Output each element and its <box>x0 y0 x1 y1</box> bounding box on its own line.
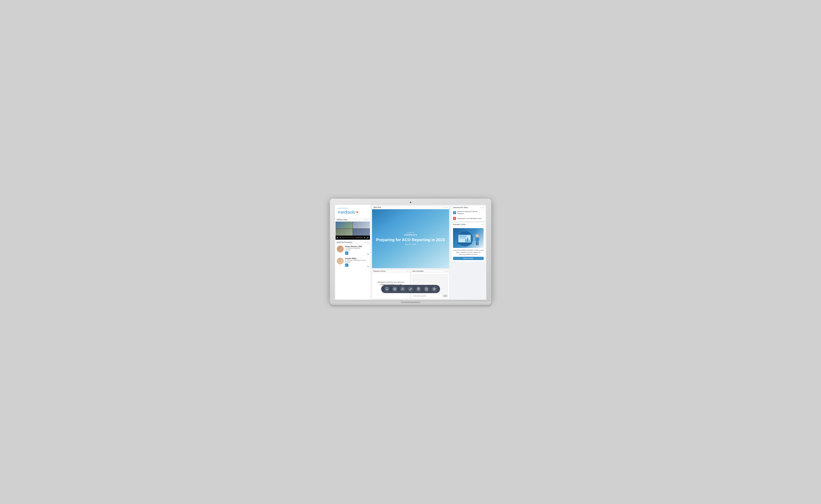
slide-close-icon[interactable]: — <box>446 206 448 208</box>
question-minimize-icon[interactable]: — <box>444 270 446 272</box>
close-toolbar-icon <box>433 288 436 290</box>
presenter-avatar-1 <box>337 246 344 252</box>
toolbar-btn-document[interactable] <box>424 286 429 292</box>
download-header-label: Download the Slides <box>453 207 468 208</box>
play-button[interactable]: ▶ <box>337 237 338 239</box>
svg-rect-15 <box>477 242 478 245</box>
question-send-button[interactable]: Ask <box>442 294 448 297</box>
svg-rect-4 <box>459 237 465 238</box>
toolbar-btn-close[interactable] <box>431 286 437 292</box>
presenter-info-1: Kristen Beatson, BSN VP, Electronic Meas… <box>345 246 369 255</box>
email-icon-2: ✉ <box>346 264 347 266</box>
presenter-role-2: Sr. Manager, Ambulatory Services <box>345 259 369 261</box>
slide-dot-3 <box>410 232 410 233</box>
presenter-avatar-2 <box>337 258 344 264</box>
education-panel-header: Education Center — <box>451 223 485 227</box>
question-input[interactable] <box>413 294 442 297</box>
slide-logo-dot <box>416 234 417 235</box>
avatar-placeholder-1 <box>337 246 344 252</box>
replay-button[interactable]: ↺ <box>340 237 341 239</box>
demo-panel-header: Request a Demo — <box>372 269 410 273</box>
pdf-icon: PDF <box>453 217 456 220</box>
question-panel: Ask a Question — □ Ask <box>411 269 449 299</box>
slide-content: medisolv Preparing for ACO Reporting in … <box>372 209 449 268</box>
clipboard-toolbar-icon <box>417 288 420 290</box>
download-item-2[interactable]: PDF Preparing for ACO Reporting in 2023 <box>451 216 485 221</box>
slide-deck-header-label: Slide Deck <box>373 206 381 208</box>
education-header-label: Education Center <box>453 224 466 225</box>
presenters-minimize-icon[interactable]: — <box>365 241 367 243</box>
demo-panel: Request a Demo — Interested in learning … <box>372 269 410 299</box>
svg-rect-7 <box>467 238 468 242</box>
presenters-panel: About the Presenters — □ Kristen B <box>335 240 370 300</box>
download-minimize-icon[interactable]: — <box>480 207 481 208</box>
presenter-email-btn-1[interactable]: ✉ <box>345 252 348 255</box>
toolbar-btn-slides[interactable] <box>384 286 390 292</box>
logo-dot-5 <box>343 208 344 209</box>
education-image <box>453 228 484 248</box>
laptop-base <box>330 302 491 305</box>
logo-area: medisolv <box>335 204 371 217</box>
slide-dot-6 <box>413 232 414 233</box>
question-panel-header: Ask a Question — □ <box>411 269 449 273</box>
svg-rect-13 <box>478 238 479 241</box>
demo-header-label: Request a Demo <box>373 270 386 272</box>
logo-dots <box>338 208 368 209</box>
presenter-chevron-1[interactable]: ▶ <box>368 253 369 255</box>
logo-dot-6 <box>345 208 345 209</box>
presenter-role-1: VP, Electronic Measures <box>345 247 369 249</box>
camera <box>410 202 411 203</box>
video-cell-4 <box>353 229 370 236</box>
video-cell-2 <box>353 222 370 228</box>
volume-button[interactable]: 🔊 <box>367 237 369 239</box>
presenter-info-2: Jennifer Miiller Sr. Manager, Ambulatory… <box>345 258 369 267</box>
webinar-video-panel: Webinar Video ⤢ — <box>335 218 370 240</box>
presenter-email-btn-2[interactable]: ✉ <box>345 264 348 267</box>
progress-fill <box>342 237 344 238</box>
video-cell-1 <box>336 222 353 228</box>
toolbar-btn-edit[interactable] <box>408 286 413 292</box>
slide-panel-header: Slide Deck ⤢ — <box>372 206 449 209</box>
logo-dot-8 <box>347 208 348 209</box>
education-panel: Education Center — <box>451 222 485 262</box>
education-minimize-icon[interactable]: — <box>482 224 484 225</box>
email-icon-1: ✉ <box>346 252 347 254</box>
demo-minimize-icon[interactable]: — <box>407 270 409 272</box>
presenter-chevron-2[interactable]: ▶ <box>368 265 369 267</box>
toolbar-btn-screen[interactable] <box>392 286 398 292</box>
logo-wordmark: medisolv <box>338 210 355 215</box>
download-expand-icon[interactable]: □ <box>482 207 483 208</box>
slide-logo-wordmark: medisolv <box>404 233 416 237</box>
download-item-1[interactable]: m ENCOR for Electronic Clinician Measure… <box>451 210 485 216</box>
logo-dot-4 <box>342 208 343 209</box>
education-description: Launch the Medisolv Education Center to … <box>453 249 484 255</box>
progress-bar[interactable] <box>342 237 354 238</box>
download-label-1: ENCOR for Electronic Clinician Measures <box>457 211 484 215</box>
presenters-header-label: About the Presenters <box>337 241 352 243</box>
svg-rect-18 <box>386 290 388 290</box>
video-expand-icon[interactable]: ⤢ <box>365 219 366 221</box>
svg-rect-9 <box>457 243 472 244</box>
presenter-item-1: Kristen Beatson, BSN VP, Electronic Meas… <box>336 244 370 256</box>
video-panel-header: Webinar Video ⤢ — <box>336 218 370 222</box>
keep-learning-button[interactable]: Keep Learning <box>453 257 484 260</box>
presenter-company-1: Medisolv <box>345 249 369 251</box>
slide-dot-4 <box>411 232 411 233</box>
screen-toolbar-icon <box>393 288 396 290</box>
toolbar <box>381 285 440 293</box>
toolbar-btn-avatar[interactable] <box>400 286 405 292</box>
left-panel: medisolv Webinar Video ⤢ — <box>335 204 371 300</box>
question-expand-icon[interactable]: □ <box>447 270 448 272</box>
toolbar-btn-clipboard[interactable] <box>416 286 421 292</box>
presenters-expand-icon[interactable]: □ <box>368 241 368 243</box>
slide-expand-icon[interactable]: ⤢ <box>444 206 445 208</box>
svg-rect-5 <box>459 238 466 239</box>
svg-point-22 <box>394 288 395 289</box>
video-header-label: Webinar Video <box>337 219 348 221</box>
video-close-icon[interactable]: — <box>367 219 369 221</box>
logo-dot-3 <box>341 208 342 209</box>
slide-date: April 26, 2023 <box>405 243 416 245</box>
download-label-2: Preparing for ACO Reporting in 2023 <box>457 218 481 220</box>
slide-dot-1 <box>407 232 408 233</box>
settings-button[interactable]: ⚙ <box>364 237 365 239</box>
